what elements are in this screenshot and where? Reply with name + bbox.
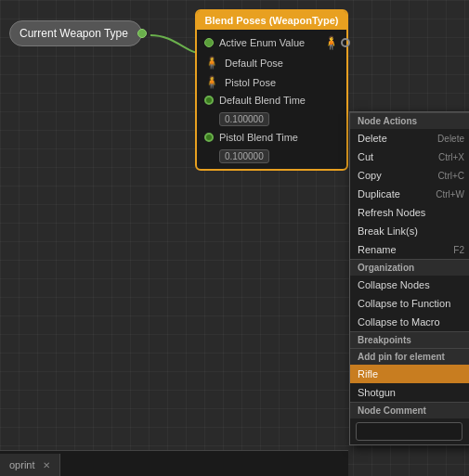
break-links-label: Break Link(s) <box>358 225 418 237</box>
active-enum-row: Active Enum Value 🧍 <box>201 35 343 50</box>
collapse-nodes-label: Collapse Nodes <box>358 279 430 290</box>
collapse-to-macro-label: Collapse to Macro <box>358 316 440 328</box>
rename-menu-item[interactable]: Rename F2 <box>350 240 469 259</box>
cut-menu-item[interactable]: Cut Ctrl+X <box>350 148 469 166</box>
refresh-nodes-label: Refresh Nodes <box>358 207 425 218</box>
default-pose-icon: 🧍 <box>204 56 219 70</box>
tab-close-button[interactable]: ✕ <box>43 460 50 470</box>
copy-menu-item[interactable]: Copy Ctrl+C <box>350 166 469 185</box>
collapse-to-function-menu-item[interactable]: Collapse to Function <box>350 294 469 313</box>
duplicate-label: Duplicate <box>358 188 400 199</box>
default-pose-label: Default Pose <box>225 58 339 69</box>
pistol-blend-label: Pistol Blend Time <box>219 132 298 143</box>
add-pin-header: Add pin for element <box>350 348 469 365</box>
pistol-blend-value[interactable]: 0.100000 <box>219 149 269 163</box>
collapse-to-macro-menu-item[interactable]: Collapse to Macro <box>350 313 469 331</box>
context-menu: Node Actions Delete Delete Cut Ctrl+X Co… <box>349 111 469 445</box>
rifle-label: Rifle <box>358 368 378 380</box>
default-pose-row: 🧍 Default Pose <box>201 56 343 70</box>
active-enum-figure-icon: 🧍 <box>323 35 339 50</box>
delete-label: Delete <box>358 133 387 144</box>
weapon-type-label: Current Weapon Type <box>20 27 128 40</box>
rename-label: Rename <box>358 244 397 255</box>
delete-menu-item[interactable]: Delete Delete <box>350 129 469 148</box>
copy-label: Copy <box>358 170 382 181</box>
cut-shortcut: Ctrl+X <box>438 152 464 162</box>
default-blend-value[interactable]: 0.100000 <box>219 112 269 126</box>
active-enum-right-pin[interactable] <box>341 38 350 47</box>
weapon-type-node[interactable]: Current Weapon Type <box>9 20 142 46</box>
refresh-nodes-menu-item[interactable]: Refresh Nodes <box>350 203 469 222</box>
node-actions-header: Node Actions <box>350 112 469 129</box>
blueprint-tab[interactable]: oprint ✕ <box>0 454 60 476</box>
default-blend-label: Default Blend Time <box>219 95 306 106</box>
active-enum-label: Active Enum Value <box>219 37 318 48</box>
pistol-pose-label: Pistol Pose <box>225 77 339 88</box>
tab-bar: oprint ✕ <box>0 450 348 476</box>
pistol-pose-icon: 🧍 <box>204 75 219 89</box>
pistol-pose-row: 🧍 Pistol Pose <box>201 75 343 89</box>
blend-node-title: Blend Poses (WeaponType) <box>197 11 346 30</box>
blend-node-body: Active Enum Value 🧍 🧍 Default Pose 🧍 Pis… <box>197 30 346 169</box>
pistol-blend-row: Pistol Blend Time 0.100000 <box>201 132 343 163</box>
rifle-menu-item[interactable]: Rifle <box>350 365 469 383</box>
duplicate-shortcut: Ctrl+W <box>436 189 464 199</box>
active-enum-pin[interactable] <box>204 38 214 47</box>
node-comment-header: Node Comment <box>350 402 469 418</box>
shotgun-menu-item[interactable]: Shotgun <box>350 383 469 402</box>
breakpoints-header: Breakpoints <box>350 331 469 348</box>
collapse-to-function-label: Collapse to Function <box>358 298 450 309</box>
default-blend-row: Default Blend Time 0.100000 <box>201 95 343 126</box>
shotgun-label: Shotgun <box>358 387 396 398</box>
organization-header: Organization <box>350 259 469 276</box>
blend-poses-node[interactable]: Blend Poses (WeaponType) Active Enum Val… <box>195 9 348 171</box>
rename-shortcut: F2 <box>453 245 464 255</box>
duplicate-menu-item[interactable]: Duplicate Ctrl+W <box>350 185 469 203</box>
cut-label: Cut <box>358 151 373 162</box>
weapon-type-output-pin[interactable] <box>137 29 147 38</box>
collapse-nodes-menu-item[interactable]: Collapse Nodes <box>350 276 469 294</box>
delete-shortcut: Delete <box>437 134 464 144</box>
break-links-menu-item[interactable]: Break Link(s) <box>350 222 469 240</box>
pistol-blend-pin[interactable] <box>204 133 214 142</box>
tab-label: oprint <box>9 459 35 470</box>
copy-shortcut: Ctrl+C <box>437 171 464 181</box>
node-comment-input[interactable] <box>356 422 462 441</box>
default-blend-pin[interactable] <box>204 96 214 105</box>
